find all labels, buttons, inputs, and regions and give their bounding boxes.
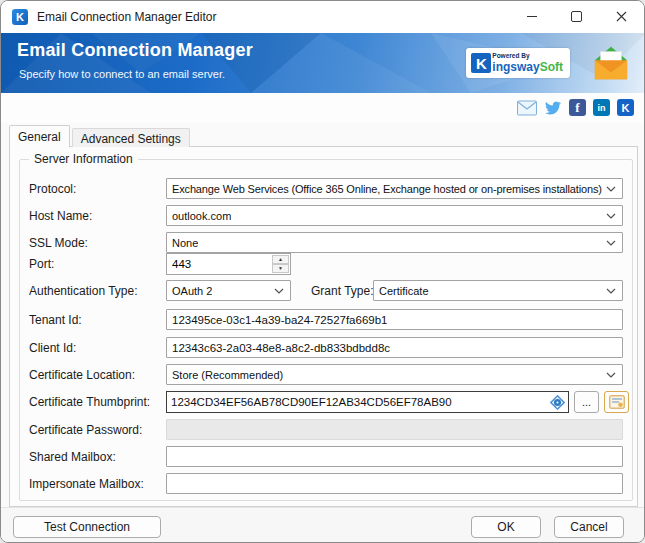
- kingswaysoft-icon[interactable]: K: [617, 99, 634, 116]
- port-label: Port:: [29, 257, 54, 271]
- kingswaysoft-k-icon: K: [12, 9, 28, 25]
- protocol-label: Protocol:: [29, 182, 76, 196]
- host-name-row: Host Name: outlook.com: [1, 205, 645, 227]
- window-title: Email Connection Manager Editor: [37, 10, 216, 24]
- certificate-thumbprint-row: Certificate Thumbprint: ...: [1, 391, 645, 413]
- shared-mailbox-row: Shared Mailbox:: [1, 446, 645, 468]
- shared-mailbox-label: Shared Mailbox:: [29, 450, 116, 464]
- client-id-input[interactable]: [166, 337, 623, 358]
- chevron-down-icon: [606, 213, 616, 219]
- certificate-thumbprint-field: [166, 391, 569, 413]
- logo-name-soft: Soft: [540, 60, 563, 74]
- certificate-password-input: [166, 419, 623, 440]
- certificate-password-label: Certificate Password:: [29, 423, 142, 437]
- maximize-button[interactable]: [554, 1, 599, 32]
- chevron-down-icon: [606, 240, 616, 246]
- certificate-location-select[interactable]: Store (Recommended): [166, 364, 623, 385]
- open-envelope-icon: [592, 44, 630, 82]
- impersonate-mailbox-row: Impersonate Mailbox:: [1, 473, 645, 495]
- certificate-thumbprint-label: Certificate Thumbprint:: [29, 395, 150, 409]
- ssl-mode-label: SSL Mode:: [29, 236, 88, 250]
- port-input[interactable]: [167, 254, 277, 274]
- authentication-row: Authentication Type: OAuth 2 Grant Type:…: [1, 280, 645, 302]
- grant-type-label: Grant Type:: [311, 284, 373, 298]
- banner-title: Email Connection Manager: [17, 40, 253, 61]
- cancel-button[interactable]: Cancel: [554, 516, 624, 538]
- host-name-label: Host Name:: [29, 209, 92, 223]
- chevron-down-icon: [606, 186, 616, 192]
- tab-strip: General Advanced Settings: [9, 125, 190, 147]
- server-information-title: Server Information: [29, 152, 138, 166]
- minimize-button[interactable]: [509, 1, 554, 32]
- impersonate-mailbox-label: Impersonate Mailbox:: [29, 477, 144, 491]
- email-connection-manager-editor-window: K Email Connection Manager Editor Email …: [0, 0, 645, 543]
- tenant-id-row: Tenant Id:: [1, 309, 645, 331]
- logo-k-icon: K: [471, 53, 491, 73]
- maximize-icon: [571, 11, 582, 22]
- tenant-id-label: Tenant Id:: [29, 313, 82, 327]
- footer-bar: Test Connection OK Cancel: [1, 507, 644, 543]
- ok-button[interactable]: OK: [471, 516, 541, 538]
- test-connection-button[interactable]: Test Connection: [13, 516, 161, 538]
- tab-general[interactable]: General: [9, 125, 70, 147]
- close-icon: [616, 11, 627, 22]
- authentication-type-label: Authentication Type:: [29, 284, 138, 298]
- tenant-id-input[interactable]: [166, 309, 623, 330]
- port-decrement-button[interactable]: ▼: [272, 264, 289, 273]
- logo-name-kingsway: ingsway: [492, 60, 539, 74]
- kingswaysoft-logo: K Powered By ingswaySoft: [466, 48, 570, 78]
- header-banner: Email Connection Manager Specify how to …: [1, 33, 644, 93]
- certificate-store-button[interactable]: [604, 391, 629, 413]
- client-id-row: Client Id:: [1, 337, 645, 359]
- social-links-row: f in K: [1, 93, 644, 123]
- certificate-location-row: Certificate Location: Store (Recommended…: [1, 364, 645, 386]
- chevron-down-icon: [606, 372, 616, 378]
- close-button[interactable]: [599, 1, 644, 32]
- tab-advanced-settings[interactable]: Advanced Settings: [72, 128, 190, 147]
- port-row: Port: ▲ ▼: [1, 253, 645, 275]
- host-name-combobox[interactable]: outlook.com: [166, 205, 623, 226]
- impersonate-mailbox-input[interactable]: [166, 473, 623, 494]
- port-stepper: ▲ ▼: [166, 253, 291, 275]
- ssl-mode-select[interactable]: None: [166, 232, 623, 253]
- certificate-location-label: Certificate Location:: [29, 368, 135, 382]
- minimize-icon: [527, 16, 537, 17]
- shared-mailbox-input[interactable]: [166, 446, 623, 467]
- authentication-type-select[interactable]: OAuth 2: [166, 280, 291, 301]
- protocol-row: Protocol: Exchange Web Services (Office …: [1, 178, 645, 200]
- client-id-label: Client Id:: [29, 341, 76, 355]
- title-bar: K Email Connection Manager Editor: [1, 1, 644, 33]
- thumbprint-browse-button[interactable]: ...: [574, 391, 599, 413]
- expression-diamond-icon[interactable]: [550, 395, 565, 410]
- port-increment-button[interactable]: ▲: [272, 255, 289, 264]
- twitter-icon[interactable]: [544, 100, 562, 116]
- certificate-password-row: Certificate Password:: [1, 419, 645, 441]
- chevron-down-icon: [274, 288, 284, 294]
- facebook-icon[interactable]: f: [569, 99, 586, 116]
- banner-subtitle: Specify how to connect to an email serve…: [19, 68, 225, 80]
- email-icon[interactable]: [517, 100, 537, 116]
- linkedin-icon[interactable]: in: [593, 99, 610, 116]
- certificate-icon: [609, 395, 625, 409]
- chevron-down-icon: [606, 288, 616, 294]
- ssl-mode-row: SSL Mode: None: [1, 232, 645, 254]
- grant-type-select[interactable]: Certificate: [373, 280, 623, 301]
- protocol-select[interactable]: Exchange Web Services (Office 365 Online…: [166, 178, 623, 199]
- certificate-thumbprint-input[interactable]: [167, 396, 550, 408]
